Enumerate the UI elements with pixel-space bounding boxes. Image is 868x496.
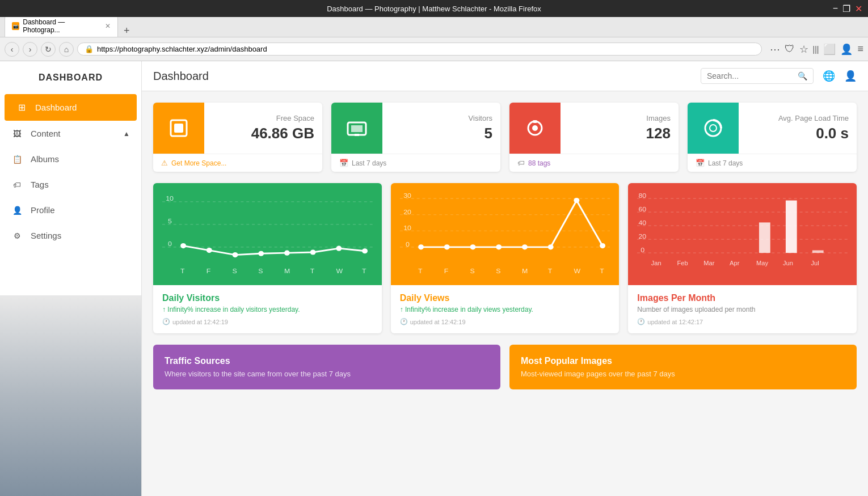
sidebar-item-albums[interactable]: 📋 Albums xyxy=(0,146,141,172)
close-btn[interactable]: ✕ xyxy=(855,3,862,14)
sidebar-item-tags[interactable]: 🏷 Tags xyxy=(0,172,141,197)
library-icon[interactable]: ||| xyxy=(813,45,819,54)
freespace-footer: ⚠ Get More Space... xyxy=(153,154,322,172)
visitors-subtitle-text: Infinity% increase in daily visitors yes… xyxy=(167,306,300,313)
header-right: 🔍 🌐 👤 xyxy=(701,68,857,84)
toolbar-right: ⋯ 🛡 ☆ ||| ⬜ 👤 ≡ xyxy=(770,43,863,56)
chart-title-visitors: Daily Visitors xyxy=(162,293,373,303)
visitors-value: 5 xyxy=(390,125,492,142)
chart-subtitle-views: Infinity% increase in daily views yester… xyxy=(400,306,610,313)
get-more-space-link[interactable]: Get More Space... xyxy=(171,159,226,167)
warning-icon: ⚠ xyxy=(161,159,168,167)
forward-btn[interactable]: › xyxy=(23,42,37,57)
minimize-btn[interactable]: − xyxy=(833,3,838,14)
search-input[interactable] xyxy=(707,71,798,80)
globe-icon[interactable]: 🌐 xyxy=(823,70,835,82)
traffic-title: Traffic Sources xyxy=(165,356,489,366)
restore-btn[interactable]: ❐ xyxy=(842,3,850,14)
app-container: DASHBOARD ⊞ Dashboard 🖼 Content ▲ 📋 Albu… xyxy=(0,61,868,496)
bottom-card-traffic: Traffic Sources Where visitors to the si… xyxy=(153,345,500,389)
main-header: Dashboard 🔍 🌐 👤 xyxy=(142,61,868,91)
clock-icon-views: 🕐 xyxy=(400,318,408,325)
svg-text:80: 80 xyxy=(639,192,647,199)
svg-text:T: T xyxy=(418,267,423,274)
svg-rect-4 xyxy=(355,134,359,136)
active-tab[interactable]: 📷 Dashboard — Photograp... ✕ xyxy=(5,15,118,37)
new-tab-btn[interactable]: + xyxy=(120,25,133,37)
svg-text:W: W xyxy=(336,267,343,274)
stat-images-info: Images 128 xyxy=(561,107,679,149)
chart-area-views: 30 20 10 0 xyxy=(391,183,620,285)
sidebar-item-settings[interactable]: ⚙ Settings xyxy=(0,223,141,248)
bookmark-icon[interactable]: ☆ xyxy=(799,43,808,56)
svg-point-43 xyxy=(496,244,502,249)
profile-nav-icon: 👤 xyxy=(11,206,23,215)
tab-close-btn[interactable]: ✕ xyxy=(105,22,111,30)
dashboard-icon: ⊞ xyxy=(16,102,27,113)
sidebar-item-dashboard[interactable]: ⊞ Dashboard xyxy=(5,94,137,121)
chart-updated-views: 🕐 updated at 12:42:19 xyxy=(400,318,610,325)
images-icon xyxy=(509,103,561,154)
chart-subtitle-month: Number of images uploaded per month xyxy=(637,306,848,313)
svg-text:60: 60 xyxy=(639,205,647,213)
loadtime-footer: 📅 Last 7 days xyxy=(688,154,857,172)
freespace-value: 46.86 GB xyxy=(212,125,314,142)
svg-text:W: W xyxy=(574,267,580,274)
svg-point-18 xyxy=(233,252,238,257)
tab-view-icon[interactable]: ⬜ xyxy=(823,43,836,56)
freespace-label: Free Space xyxy=(212,114,314,122)
home-btn[interactable]: ⌂ xyxy=(59,42,74,57)
sidebar-label-profile: Profile xyxy=(31,205,130,215)
svg-point-22 xyxy=(336,246,342,251)
sidebar-item-profile[interactable]: 👤 Profile xyxy=(0,197,141,223)
images-footer: 🏷 88 tags xyxy=(509,154,679,172)
visitors-chart-svg: 10 5 0 T xyxy=(162,189,373,279)
svg-text:T: T xyxy=(600,267,604,274)
svg-text:S: S xyxy=(258,267,263,274)
svg-rect-72 xyxy=(812,251,824,253)
images-value: 128 xyxy=(568,125,671,142)
svg-text:40: 40 xyxy=(639,219,647,226)
svg-text:Mar: Mar xyxy=(704,260,715,266)
reload-btn[interactable]: ↻ xyxy=(41,42,56,57)
freespace-icon xyxy=(153,103,204,154)
traffic-subtitle: Where visitors to the site came from ove… xyxy=(165,370,489,378)
svg-rect-70 xyxy=(759,222,770,253)
content-icon: 🖼 xyxy=(11,129,23,138)
clock-icon-month: 🕐 xyxy=(637,318,645,325)
svg-point-20 xyxy=(284,251,290,256)
tag-icon: 🏷 xyxy=(517,159,525,167)
svg-text:Feb: Feb xyxy=(677,260,688,266)
stat-card-loadtime: Avg. Page Load Time 0.0 s 📅 Last 7 days xyxy=(688,103,857,172)
svg-point-40 xyxy=(418,244,424,249)
svg-text:T: T xyxy=(547,267,552,274)
charts-grid: 10 5 0 T xyxy=(142,183,868,345)
menu-icon[interactable]: ≡ xyxy=(857,43,863,55)
profile-icon[interactable]: 👤 xyxy=(840,43,853,56)
window-controls[interactable]: − ❐ ✕ xyxy=(833,3,862,14)
svg-point-19 xyxy=(258,251,264,256)
chart-title-month: Images Per Month xyxy=(637,293,848,303)
main-content: Dashboard 🔍 🌐 👤 xyxy=(142,61,868,496)
tags-icon: 🏷 xyxy=(11,180,23,189)
stat-card-top-visitors: Visitors 5 xyxy=(331,103,500,154)
url-input[interactable] xyxy=(97,45,755,53)
svg-rect-71 xyxy=(786,201,797,253)
chart-updated-month: 🕐 updated at 12:42:17 xyxy=(637,318,848,325)
page-title: Dashboard xyxy=(153,70,209,83)
sidebar-label-tags: Tags xyxy=(31,180,130,189)
browser-toolbar: ‹ › ↻ ⌂ 🔒 ⋯ 🛡 ☆ ||| ⬜ 👤 ≡ xyxy=(0,37,868,61)
more-btn[interactable]: ⋯ xyxy=(770,43,780,56)
sidebar-label-content: Content xyxy=(31,129,115,138)
chart-title-views: Daily Views xyxy=(400,293,610,303)
svg-rect-3 xyxy=(351,125,363,132)
stat-card-images: Images 128 🏷 88 tags xyxy=(509,103,679,172)
search-icon[interactable]: 🔍 xyxy=(798,71,807,80)
svg-point-21 xyxy=(310,249,316,255)
back-btn[interactable]: ‹ xyxy=(5,42,19,57)
loadtime-footer-text: Last 7 days xyxy=(708,159,743,167)
tags-link[interactable]: 88 tags xyxy=(528,159,550,167)
user-header-icon[interactable]: 👤 xyxy=(844,70,857,82)
sidebar-item-content[interactable]: 🖼 Content ▲ xyxy=(0,121,141,146)
svg-point-16 xyxy=(180,243,186,248)
